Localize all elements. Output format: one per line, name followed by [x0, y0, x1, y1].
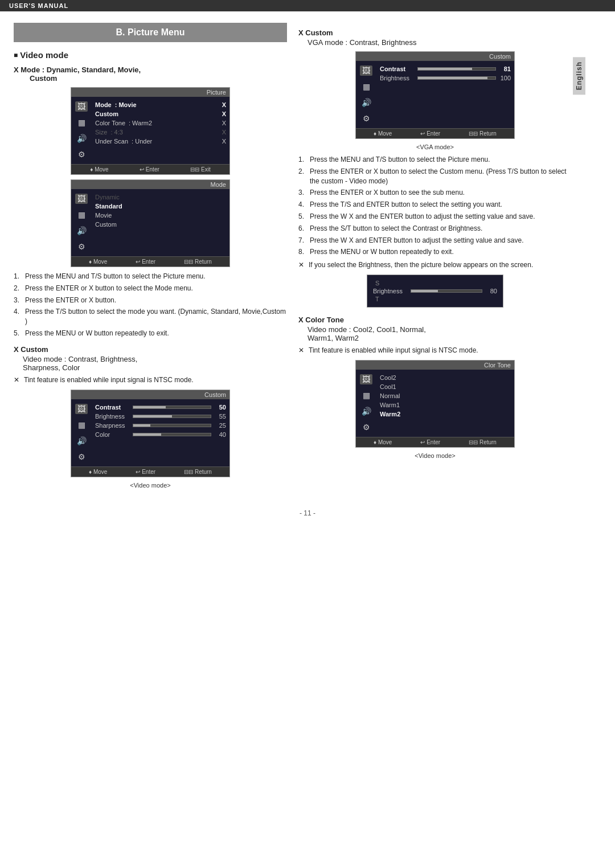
footer-exit: ⊟⊟ Exit — [190, 166, 210, 173]
osd-vga-footer: ♦ Move ↩ Enter ⊟⊟ Return — [356, 128, 514, 138]
custom-footer-enter: ↩ Enter — [136, 469, 155, 475]
osd-icon-display3: ▦ — [75, 420, 88, 430]
vga-caption: <VGA mode> — [298, 144, 572, 150]
osd-custom-title: Custom — [71, 390, 229, 399]
right-column: English X Custom VGA mode : Contrast, Br… — [298, 23, 572, 489]
rstep-3: 3.Press the ENTER or X button to see the… — [298, 188, 572, 198]
osd-vga-menu: Custom 🖼 ▦ 🔊 ⚙ Contrast 81 — [355, 51, 515, 139]
osd-picture-items: Mode: MovieX CustomX Color Tone: Warm2X … — [92, 99, 229, 162]
osd-picture-footer: ♦ Move ↩ Enter ⊟⊟ Exit — [71, 164, 229, 174]
video-mode-caption-left: <Video mode> — [14, 482, 287, 489]
custom-footer-return: ⊟⊟ Return — [184, 469, 212, 475]
osd-picture-menu: Picture 🖼 ▦ 🔊 ⚙ Mode: MovieX CustomX — [71, 87, 230, 175]
osd-vga-items: Contrast 81 Brightness 100 — [376, 63, 514, 126]
english-label: English — [573, 57, 585, 95]
footer-enter: ↩ Enter — [140, 166, 159, 173]
osd-ct-warm2: Warm2 — [380, 410, 511, 419]
header-bar: USER'S MANUAL — [0, 0, 615, 11]
osd-picture-title: Picture — [71, 88, 229, 97]
osd-vga-contrast: Contrast 81 — [380, 64, 511, 73]
osd-mode-menu: Mode 🖼 ▦ 🔊 ⚙ Dynamic Standard Movie Cust… — [71, 179, 230, 267]
s-label-row: S — [373, 280, 497, 286]
osd-mode-custom: Custom — [95, 220, 226, 229]
custom-x-label-left: X Custom — [14, 345, 287, 354]
step-5: 5.Press the MENU or W button repeatedly … — [14, 329, 287, 338]
osd-vga-icon-settings: ⚙ — [360, 113, 372, 124]
mode-footer-enter: ↩ Enter — [136, 259, 155, 265]
video-mode-heading: Video mode — [14, 50, 287, 60]
t-label-row: T — [373, 296, 497, 302]
mode-footer-return: ⊟⊟ Return — [184, 259, 212, 265]
osd-ct-footer: ♦ Move ↩ Enter ⊟⊟ Return — [356, 437, 514, 447]
osd-icon-audio: 🔊 — [75, 133, 88, 144]
osd-icon-audio3: 🔊 — [75, 436, 88, 446]
osd-custom-menu: Custom 🖼 ▦ 🔊 ⚙ Contrast 50 — [71, 390, 230, 477]
osd-mode-footer: ♦ Move ↩ Enter ⊟⊟ Return — [71, 256, 229, 267]
osd-mode-icons: 🖼 ▦ 🔊 ⚙ — [71, 191, 92, 254]
osd-custom-color: Color 40 — [95, 430, 226, 439]
ct-footer-enter: ↩ Enter — [420, 439, 440, 445]
custom-x-label-right: X Custom — [298, 28, 572, 37]
osd-ct-cool1: Cool1 — [380, 382, 511, 391]
rstep-5: 5.Press the W X and the ENTER button to … — [298, 212, 572, 222]
osd-custom-brightness: Brightness 55 — [95, 412, 226, 421]
osd-icon-picture: 🖼 — [75, 101, 88, 112]
rstep-4: 4.Press the T/S and ENTER button to sele… — [298, 200, 572, 210]
ct-footer-move: ♦ Move — [374, 439, 392, 445]
brightness-note: ✕ If you select the Brightness, then the… — [298, 260, 572, 270]
osd-vga-icon-display: ▦ — [360, 81, 372, 92]
osd-mode-movie: Movie — [95, 211, 226, 220]
osd-row-mode: Mode: MovieX — [95, 100, 226, 109]
osd-ct-icon-settings: ⚙ — [360, 422, 372, 432]
color-tone-subtitle: Video mode : Cool2, Cool1, Normal, Warm1… — [308, 325, 572, 342]
header-title: USER'S MANUAL — [9, 2, 68, 9]
footer-move: ♦ Move — [90, 166, 108, 173]
osd-icon-settings3: ⚙ — [75, 452, 88, 462]
osd-ct-icon-picture: 🖼 — [360, 374, 372, 384]
osd-vga-icon-picture: 🖼 — [360, 65, 372, 76]
osd-custom-footer: ♦ Move ↩ Enter ⊟⊟ Return — [71, 466, 229, 477]
vga-subtitle: VGA mode : Contrast, Brightness — [308, 38, 572, 47]
osd-vga-icons: 🖼 ▦ 🔊 ⚙ — [356, 63, 376, 126]
ct-footer-return: ⊟⊟ Return — [469, 439, 497, 445]
osd-color-tone-title: Clor Tone — [356, 361, 514, 370]
osd-icon-settings2: ⚙ — [75, 241, 88, 252]
tint-note-right: ✕ Tint feature is enabled while input si… — [298, 346, 572, 355]
osd-row-colortone: Color Tone: Warm2X — [95, 118, 226, 128]
osd-mode-dynamic: Dynamic — [95, 193, 226, 202]
vga-footer-move: ♦ Move — [374, 130, 392, 137]
rstep-2: 2.Press the ENTER or X button to select … — [298, 167, 572, 186]
rstep-7: 7.Press the W X and ENTER button to adju… — [298, 236, 572, 245]
osd-color-tone-menu: Clor Tone 🖼 ▦ 🔊 ⚙ Cool2 Cool1 Normal War… — [355, 360, 515, 448]
color-tone-x-label: X Color Tone — [298, 316, 572, 324]
osd-row-underscan: Under Scan: UnderX — [95, 137, 226, 146]
mode-footer-move: ♦ Move — [89, 259, 107, 265]
left-column: B. Picture Menu Video mode X Mode : Dyna… — [14, 23, 287, 489]
rstep-6: 6.Press the S/T button to select the Con… — [298, 224, 572, 234]
osd-custom-contrast: Contrast 50 — [95, 403, 226, 412]
osd-icon-settings: ⚙ — [75, 149, 88, 159]
steps-list-1: 1.Press the MENU and T/S button to selec… — [14, 272, 287, 338]
osd-icon-picture2: 🖼 — [75, 194, 88, 204]
tint-note-left: ✕ Tint feature is enabled while input si… — [14, 375, 287, 385]
page-number: - 11 - — [0, 500, 615, 522]
osd-icon-display2: ▦ — [75, 210, 88, 220]
step-2: 2.Press the ENTER or X button to select … — [14, 284, 287, 293]
vga-footer-return: ⊟⊟ Return — [469, 130, 497, 137]
step-3: 3.Press the ENTER or X button. — [14, 296, 287, 305]
rstep-8: 8.Press the MENU or W button repeatedly … — [298, 247, 572, 257]
osd-ct-icons: 🖼 ▦ 🔊 ⚙ — [356, 372, 376, 435]
osd-vga-brightness: Brightness 100 — [380, 73, 511, 83]
osd-ct-icon-audio: 🔊 — [360, 406, 372, 416]
osd-ct-items: Cool2 Cool1 Normal Warm1 Warm2 — [376, 372, 514, 435]
osd-row-custom: CustomX — [95, 109, 226, 118]
osd-icons: 🖼 ▦ 🔊 ⚙ — [71, 99, 92, 162]
mode-x-label: X Mode : Dynamic, Standard, Movie, Custo… — [14, 65, 287, 83]
video-mode-caption-right: <Video mode> — [298, 452, 572, 459]
custom-subtitle-left: Video mode : Contrast, Brightness, Sharp… — [23, 355, 287, 372]
steps-list-right: 1.Press the MENU and T/S button to selec… — [298, 155, 572, 257]
osd-icon-display: ▦ — [75, 117, 88, 128]
osd-custom-items: Contrast 50 Brightness 55 — [92, 402, 229, 464]
osd-icon-audio2: 🔊 — [75, 226, 88, 236]
osd-ct-cool2: Cool2 — [380, 373, 511, 382]
